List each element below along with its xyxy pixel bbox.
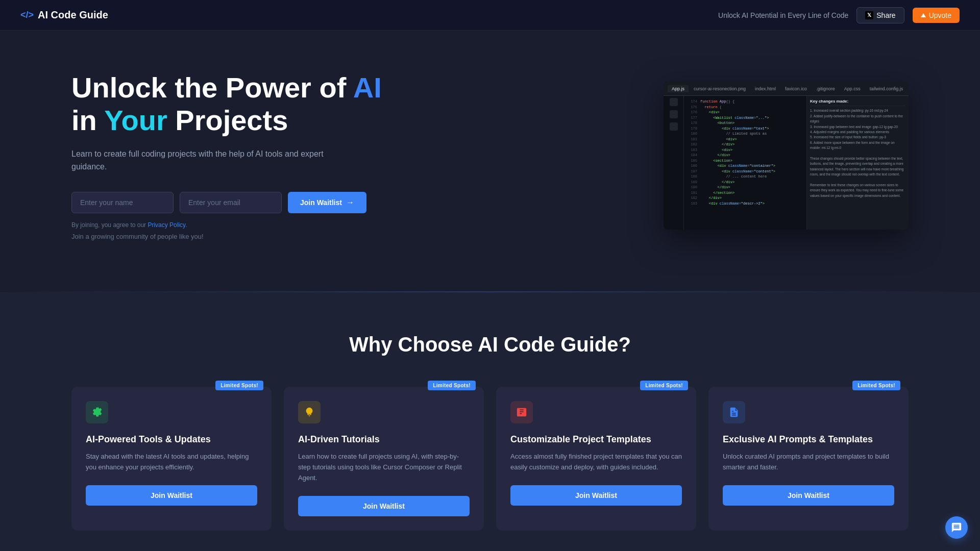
chat-bubble-button[interactable]	[945, 516, 968, 539]
cards-grid: Limited Spots! AI-Powered Tools & Update…	[71, 387, 909, 531]
code-lines: 174function App() { 175 return ( 176 <di…	[684, 96, 806, 230]
hero-section: Unlock the Power of AI in Your Projects …	[0, 31, 980, 291]
ai-panel-title: Key changes made:	[810, 99, 905, 106]
tab-index[interactable]: index.html	[751, 85, 780, 92]
hero-title-your: Your	[104, 104, 167, 136]
upvote-label: Upvote	[929, 11, 951, 19]
tab-favicon[interactable]: favicon.ico	[781, 85, 811, 92]
editor-body: 174function App() { 175 return ( 176 <di…	[664, 96, 909, 230]
section-divider	[0, 291, 980, 292]
card-join-btn-2[interactable]: Join Waitlist	[298, 496, 470, 516]
card-join-btn-4[interactable]: Join Waitlist	[723, 485, 894, 506]
hero-subtitle: Learn to create full coding projects wit…	[71, 147, 327, 173]
card-title-3: Customizable Project Templates	[510, 434, 682, 445]
tab-appcss[interactable]: App.css	[840, 85, 865, 92]
x-icon: 𝕏	[865, 11, 873, 19]
hero-title-in: in	[71, 104, 104, 136]
logo-icon: </>	[20, 10, 34, 20]
card-badge-2: Limited Spots!	[428, 381, 476, 390]
share-label: Share	[876, 11, 895, 19]
share-button[interactable]: 𝕏 Share	[856, 7, 904, 23]
card-desc-1: Stay ahead with the latest AI tools and …	[86, 452, 257, 473]
why-section: Why Choose AI Code Guide? Limited Spots!…	[0, 292, 980, 551]
sidebar-item1	[670, 98, 678, 106]
hero-image: App.js cursor-ai-resonection.png index.h…	[664, 82, 909, 230]
card-join-btn-1[interactable]: Join Waitlist	[86, 485, 257, 506]
legal-prefix: By joining, you agree to our	[71, 221, 148, 229]
hero-legal: By joining, you agree to our Privacy Pol…	[71, 221, 382, 229]
join-waitlist-button[interactable]: Join Waitlist →	[288, 192, 366, 213]
editor-tabs: App.js cursor-ai-resonection.png index.h…	[664, 82, 909, 96]
card-join-btn-3[interactable]: Join Waitlist	[510, 485, 682, 506]
sidebar-item2	[670, 110, 678, 118]
ai-suggestions-panel: Key changes made: 1. Increased overall s…	[806, 96, 909, 230]
card-badge-1: Limited Spots!	[215, 381, 263, 390]
hero-title-ai: AI	[353, 71, 382, 104]
nav-right: Unlock AI Potential in Every Line of Cod…	[718, 7, 960, 23]
sidebar-item3	[670, 122, 678, 131]
legal-suffix: .	[185, 221, 187, 229]
card-ai-tools: Limited Spots! AI-Powered Tools & Update…	[71, 387, 272, 531]
code-editor-preview: App.js cursor-ai-resonection.png index.h…	[664, 82, 909, 230]
logo[interactable]: </> AI Code Guide	[20, 9, 108, 21]
upvote-button[interactable]: Upvote	[913, 8, 960, 23]
hero-content: Unlock the Power of AI in Your Projects …	[71, 71, 382, 240]
hero-title-prefix1: Unlock the Power of	[71, 71, 353, 104]
arrow-icon: →	[346, 198, 354, 207]
hero-community-text: Join a growing community of people like …	[71, 233, 382, 240]
hero-title: Unlock the Power of AI in Your Projects	[71, 71, 382, 137]
email-input[interactable]	[180, 192, 282, 213]
why-title: Why Choose AI Code Guide?	[71, 333, 909, 356]
card-title-2: AI-Driven Tutorials	[298, 434, 470, 445]
privacy-policy-link[interactable]: Privacy Policy	[148, 221, 185, 229]
card-desc-4: Unlock curated AI prompts and project te…	[723, 452, 894, 473]
bulb-icon	[298, 401, 321, 423]
card-tutorials: Limited Spots! AI-Driven Tutorials Learn…	[284, 387, 484, 531]
card-desc-2: Learn how to create full projects using …	[298, 452, 470, 483]
name-input[interactable]	[71, 192, 174, 213]
nav-tagline: Unlock AI Potential in Every Line of Cod…	[718, 11, 848, 19]
hero-title-projects: Projects	[167, 104, 288, 136]
document-icon	[723, 401, 745, 423]
tab-tailwind[interactable]: tailwind.config.js	[866, 85, 908, 92]
card-title-1: AI-Powered Tools & Updates	[86, 434, 257, 445]
card-desc-3: Access almost fully finished project tem…	[510, 452, 682, 473]
logo-text: AI Code Guide	[38, 9, 108, 21]
ai-panel-content: 1. Increased overall section padding: py…	[810, 108, 905, 198]
card-prompts: Limited Spots! Exclusive AI Prompts & Te…	[708, 387, 909, 531]
terminal-icon	[510, 401, 533, 423]
card-badge-4: Limited Spots!	[852, 381, 900, 390]
editor-sidebar	[664, 96, 684, 230]
tab-cursor[interactable]: cursor-ai-resonection.png	[690, 85, 750, 92]
gear-icon	[86, 401, 108, 423]
card-badge-3: Limited Spots!	[640, 381, 688, 390]
hero-form: Join Waitlist →	[71, 192, 382, 213]
card-title-4: Exclusive AI Prompts & Templates	[723, 434, 894, 445]
navbar: </> AI Code Guide Unlock AI Potential in…	[0, 0, 980, 31]
tab-appjs[interactable]: App.js	[668, 85, 689, 92]
upvote-icon	[921, 13, 926, 17]
card-templates: Limited Spots! Customizable Project Temp…	[496, 387, 696, 531]
tab-gitignore[interactable]: .gitignore	[812, 85, 839, 92]
join-label: Join Waitlist	[300, 198, 342, 207]
